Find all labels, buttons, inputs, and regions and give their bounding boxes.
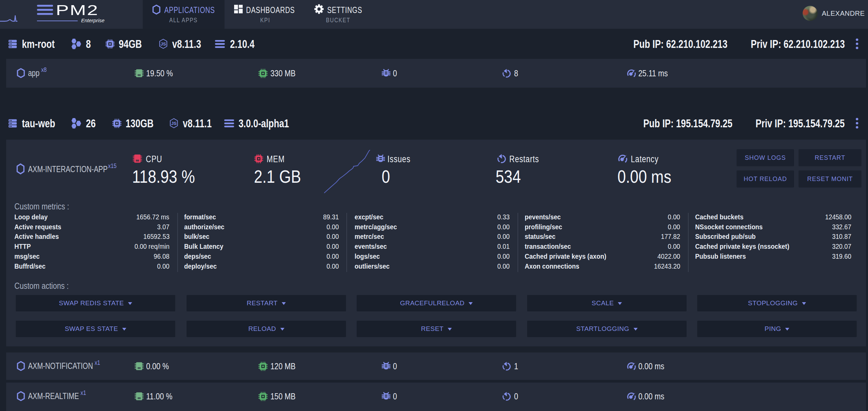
svg-text:PM2: PM2 [56,4,99,18]
svg-text:Enterprise: Enterprise [81,17,104,23]
